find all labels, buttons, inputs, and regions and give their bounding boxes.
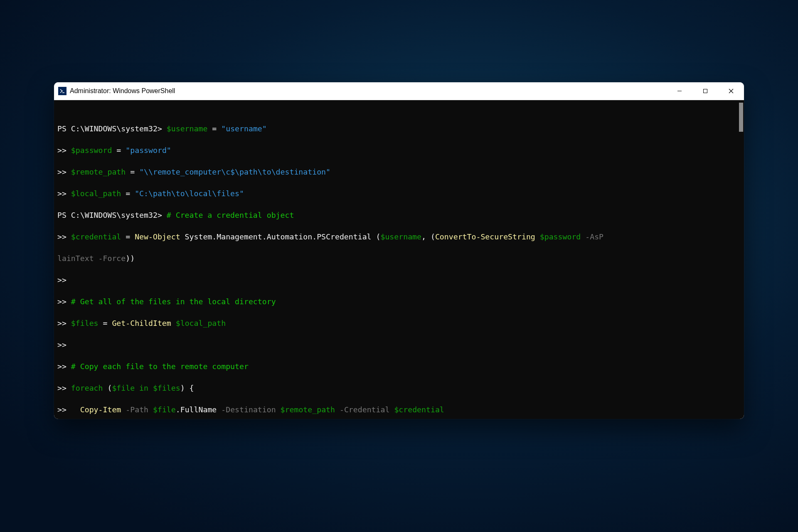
terminal-line: >> $credential = New-Object System.Manag… <box>57 232 741 242</box>
maximize-button[interactable] <box>692 82 718 100</box>
terminal-line: >> <box>57 340 741 350</box>
terminal-line: PS C:\WINDOWS\system32> $username = "use… <box>57 123 741 134</box>
terminal-line: >> Copy-Item -Path $file.FullName -Desti… <box>57 404 741 415</box>
window-controls <box>667 82 744 100</box>
powershell-icon <box>58 87 66 95</box>
powershell-window: Administrator: Windows PowerShell PS C:\… <box>54 82 744 419</box>
scrollbar-thumb[interactable] <box>739 103 743 132</box>
minimize-button[interactable] <box>667 82 692 100</box>
window-title: Administrator: Windows PowerShell <box>70 87 175 95</box>
close-icon <box>729 89 734 94</box>
terminal-line: >> $files = Get-ChildItem $local_path <box>57 318 741 329</box>
close-button[interactable] <box>718 82 744 100</box>
terminal-line: >> $remote_path = "\\remote_computer\c$\… <box>57 167 741 177</box>
minimize-icon <box>677 89 682 94</box>
terminal-line: >> $local_path = "C:\path\to\local\files… <box>57 188 741 199</box>
terminal-line: PS C:\WINDOWS\system32> # Create a crede… <box>57 210 741 221</box>
maximize-icon <box>703 89 708 94</box>
terminal-line: lainText -Force)) <box>57 253 741 264</box>
svg-rect-3 <box>704 89 707 93</box>
terminal-line: >> # Get all of the files in the local d… <box>57 296 741 307</box>
terminal-line: >> foreach ($file in $files) { <box>57 383 741 394</box>
terminal-line: >> $password = "password" <box>57 145 741 156</box>
terminal-line: >> <box>57 275 741 286</box>
titlebar[interactable]: Administrator: Windows PowerShell <box>54 82 744 100</box>
terminal-output[interactable]: PS C:\WINDOWS\system32> $username = "use… <box>54 100 744 419</box>
terminal-line: >> # Copy each file to the remote comput… <box>57 361 741 372</box>
